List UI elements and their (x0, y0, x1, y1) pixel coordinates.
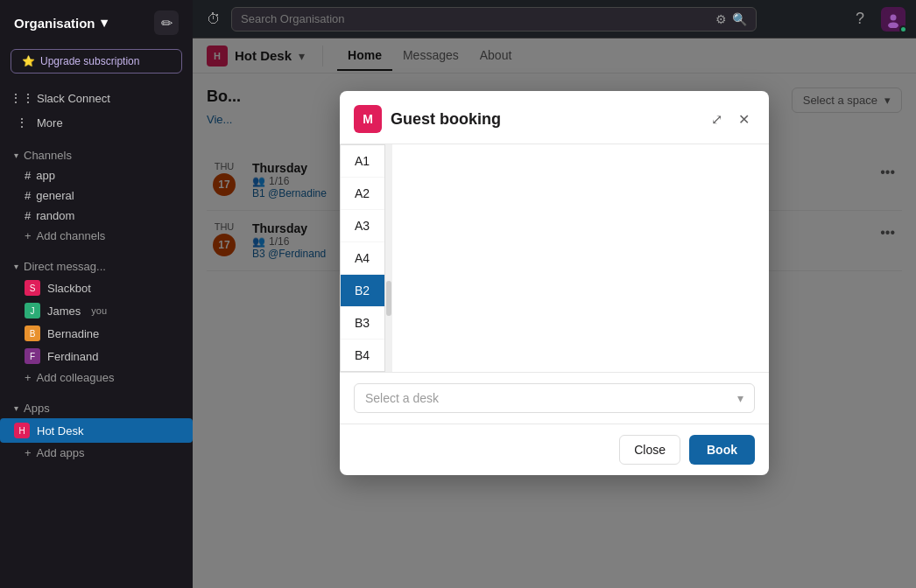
apps-section-header[interactable]: ▾ Apps (0, 395, 193, 418)
channel-name: general (36, 189, 74, 202)
channels-collapse-icon: ▾ (14, 150, 18, 160)
hash-icon: # (25, 169, 31, 182)
filter-icon: ⚙ (715, 12, 727, 26)
dm-item-james[interactable]: J James you (0, 299, 193, 322)
add-apps-label: Add apps (37, 446, 85, 459)
plus-icon: + (25, 371, 32, 384)
hash-icon: # (25, 189, 31, 202)
close-modal-button[interactable]: ✕ (733, 109, 755, 130)
dropdown-item-b2[interactable]: B2 (341, 275, 384, 307)
help-button[interactable]: ? (848, 7, 872, 32)
add-apps-item[interactable]: + Add apps (0, 443, 193, 463)
hotdesk-icon: H (14, 423, 30, 438)
search-input[interactable] (241, 12, 715, 25)
history-button[interactable]: ⏱ (203, 8, 224, 31)
main-area: ⏱ ⚙ 🔍 ? H Ho (193, 0, 916, 588)
dm-item-bernadine[interactable]: B Bernadine (0, 322, 193, 345)
apps-section-label: Apps (24, 402, 50, 415)
modal-logo: M (354, 105, 382, 133)
modal-header-buttons: ⤢ ✕ (706, 109, 755, 130)
modal-overlay: M Guest booking ⤢ ✕ A1 A2 A3 A4 (193, 38, 916, 588)
dm-name: Bernadine (47, 327, 99, 340)
dm-collapse-icon: ▾ (14, 262, 18, 271)
plus-icon: + (25, 446, 32, 459)
modal-logo-text: M (363, 112, 373, 126)
channel-item-random[interactable]: # random (0, 206, 193, 226)
channel-item-app[interactable]: # app (0, 165, 193, 186)
add-channels-item[interactable]: + Add channels (0, 226, 193, 246)
svg-point-1 (891, 14, 897, 20)
upgrade-icon: ⭐ (22, 55, 35, 67)
avatar-bernadine: B (25, 326, 40, 341)
dropdown-wrapper: A1 A2 A3 A4 B2 B3 B4 C1 C2 (340, 144, 769, 372)
dropdown-item-a2[interactable]: A2 (341, 178, 384, 210)
add-colleagues-label: Add colleagues (37, 371, 115, 384)
more-icon: ⋮ (14, 115, 30, 130)
slack-connect-label: Slack Connect (37, 92, 179, 105)
dm-section-header[interactable]: ▾ Direct messag... (0, 253, 193, 276)
expand-button[interactable]: ⤢ (706, 109, 728, 130)
content-area: H Hot Desk ▾ Home Messages About Bo... V… (193, 38, 916, 588)
dm-name: James (47, 304, 81, 318)
dropdown-scroll-thumb (386, 281, 391, 316)
sidebar-item-hotdesk[interactable]: H Hot Desk (0, 418, 193, 443)
search-icons: ⚙ 🔍 (715, 12, 747, 26)
search-icon: 🔍 (732, 12, 747, 26)
modal-title: Guest booking (391, 110, 697, 129)
org-name[interactable]: Organisation ▾ (14, 15, 108, 31)
modal-body: A1 A2 A3 A4 B2 B3 B4 C1 C2 (340, 144, 769, 372)
slack-connect-icon: ⋮⋮ (14, 90, 30, 106)
dm-item-slackbot[interactable]: S Slackbot (0, 276, 193, 299)
apps-collapse-icon: ▾ (14, 403, 18, 413)
channels-label: Channels (24, 149, 72, 162)
space-dropdown-list[interactable]: A1 A2 A3 A4 B2 B3 B4 C1 C2 (340, 144, 385, 372)
add-colleagues-item[interactable]: + Add colleagues (0, 368, 193, 388)
plus-icon: + (25, 229, 32, 242)
compose-button[interactable]: ✏ (154, 10, 179, 35)
sidebar-item-more[interactable]: ⋮ More (0, 110, 193, 135)
close-button[interactable]: Close (619, 435, 680, 465)
channels-section-header[interactable]: ▾ Channels (0, 142, 193, 165)
online-indicator (899, 25, 907, 33)
channel-item-general[interactable]: # general (0, 186, 193, 206)
desk-selector-row: Select a desk ▾ (340, 372, 769, 424)
you-tag: you (91, 305, 107, 316)
dropdown-item-a1[interactable]: A1 (341, 145, 384, 178)
dropdown-item-b4[interactable]: B4 (341, 340, 384, 372)
search-bar[interactable]: ⚙ 🔍 (231, 7, 757, 32)
chevron-down-icon: ▾ (737, 391, 743, 405)
dropdown-item-a4[interactable]: A4 (341, 242, 384, 275)
add-channels-label: Add channels (37, 229, 106, 242)
book-button[interactable]: Book (689, 435, 755, 465)
user-avatar[interactable] (881, 7, 905, 32)
sidebar-item-slack-connect[interactable]: ⋮⋮ Slack Connect (0, 86, 193, 110)
sidebar-slack-connect-section: ⋮⋮ Slack Connect ⋮ More (0, 82, 193, 138)
sidebar: Organisation ▾ ✏ ⭐ Upgrade subscription … (0, 0, 193, 588)
avatar-slackbot: S (25, 280, 40, 296)
channel-name: app (36, 169, 55, 182)
hotdesk-label: Hot Desk (37, 424, 179, 438)
desk-placeholder: Select a desk (365, 391, 439, 405)
guest-booking-modal: M Guest booking ⤢ ✕ A1 A2 A3 A4 (340, 91, 769, 475)
topbar: ⏱ ⚙ 🔍 ? (193, 0, 916, 38)
avatar-ferdinand: F (25, 348, 40, 364)
channel-name: random (36, 209, 74, 222)
upgrade-button[interactable]: ⭐ Upgrade subscription (11, 49, 182, 74)
sidebar-header: Organisation ▾ ✏ (0, 0, 193, 46)
more-label: More (37, 116, 179, 130)
dm-item-ferdinand[interactable]: F Ferdinand (0, 345, 193, 368)
modal-footer: Close Book (340, 424, 769, 475)
dropdown-item-a3[interactable]: A3 (341, 210, 384, 242)
dm-name: Slackbot (47, 282, 91, 295)
desk-selector[interactable]: Select a desk ▾ (354, 383, 755, 413)
avatar-image (884, 10, 902, 28)
hash-icon: # (25, 209, 31, 222)
channels-section: ▾ Channels # app # general # random + Ad… (0, 138, 193, 249)
apps-section: ▾ Apps H Hot Desk + Add apps (0, 391, 193, 466)
dropdown-item-b3[interactable]: B3 (341, 307, 384, 340)
avatar-james: J (25, 303, 40, 318)
topbar-right: ? (848, 7, 905, 32)
chevron-down-icon: ▾ (101, 15, 108, 31)
dm-section-label: Direct messag... (24, 260, 106, 273)
dropdown-scrollbar[interactable] (385, 144, 392, 372)
